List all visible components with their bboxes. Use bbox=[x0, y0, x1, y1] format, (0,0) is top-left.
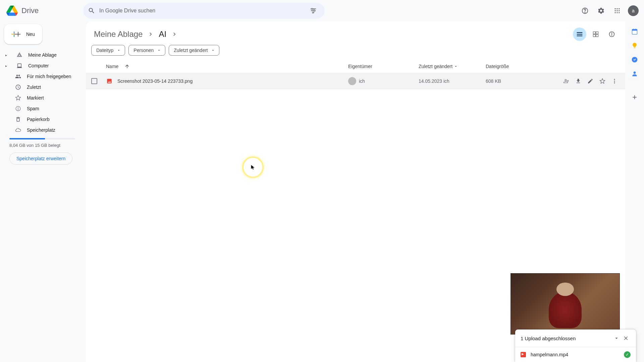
sidebar-item-label: Meine Ablage bbox=[28, 52, 57, 58]
collapse-icon[interactable] bbox=[612, 334, 621, 343]
sidebar-item-spam[interactable]: Spam bbox=[4, 103, 80, 114]
expand-icon[interactable]: ▸ bbox=[5, 64, 9, 68]
svg-rect-30 bbox=[636, 29, 636, 30]
filter-people[interactable]: Personen bbox=[128, 45, 165, 56]
logo-area[interactable]: Drive bbox=[5, 4, 83, 17]
drive-logo-icon bbox=[5, 4, 19, 17]
column-name[interactable]: Name bbox=[106, 64, 348, 69]
upgrade-storage-button[interactable]: Speicherplatz erweitern bbox=[9, 153, 72, 165]
svg-point-13 bbox=[619, 10, 620, 11]
sidebar-item-trash[interactable]: Papierkorb bbox=[4, 114, 80, 125]
search-bar[interactable] bbox=[83, 3, 325, 19]
grid-view-button[interactable] bbox=[589, 27, 602, 41]
sidebar: Neu ▸ Meine Ablage ▸ Computer Für mich f… bbox=[0, 21, 86, 362]
account-avatar[interactable]: a bbox=[628, 5, 639, 16]
info-button[interactable] bbox=[605, 27, 619, 41]
svg-rect-29 bbox=[633, 29, 634, 30]
new-button-label: Neu bbox=[26, 32, 35, 37]
search-options-icon[interactable] bbox=[307, 4, 320, 17]
keep-icon[interactable] bbox=[631, 42, 638, 49]
svg-point-14 bbox=[615, 12, 616, 13]
upload-toast: 1 Upload abgeschlossen hampelmann.mp4 ✓ bbox=[515, 329, 636, 362]
storage-bar bbox=[9, 138, 75, 139]
view-controls bbox=[573, 27, 619, 41]
header-actions: a bbox=[578, 4, 639, 17]
settings-icon[interactable] bbox=[594, 4, 608, 17]
breadcrumb-current[interactable]: AI bbox=[156, 28, 169, 40]
owner-avatar bbox=[348, 77, 356, 85]
contacts-icon[interactable] bbox=[631, 70, 638, 77]
owner-name: ich bbox=[359, 78, 365, 84]
filter-modified[interactable]: Zuletzt geändert bbox=[169, 45, 219, 56]
side-panel: + bbox=[625, 21, 644, 362]
spam-icon bbox=[15, 105, 21, 112]
svg-point-4 bbox=[314, 10, 315, 11]
sidebar-item-label: Spam bbox=[27, 106, 39, 111]
rename-button[interactable] bbox=[585, 76, 596, 86]
chevron-right-icon bbox=[171, 31, 178, 38]
svg-point-10 bbox=[619, 8, 620, 9]
drive-folder-icon bbox=[16, 52, 23, 58]
sidebar-item-shared[interactable]: Für mich freigegeben bbox=[4, 71, 80, 82]
app-header: Drive a bbox=[0, 0, 644, 21]
table-header: Name Eigentümer Zuletzt geändert Dateigr… bbox=[86, 60, 625, 73]
upload-file-name: hampelmann.mp4 bbox=[531, 352, 568, 357]
webcam-overlay bbox=[511, 273, 620, 335]
calendar-icon[interactable] bbox=[631, 28, 638, 35]
breadcrumb-root[interactable]: Meine Ablage bbox=[91, 28, 145, 40]
help-icon[interactable] bbox=[578, 4, 592, 17]
add-addon-button[interactable]: + bbox=[632, 93, 637, 102]
filter-type[interactable]: Dateityp bbox=[91, 45, 125, 56]
download-button[interactable] bbox=[573, 76, 584, 86]
svg-point-12 bbox=[616, 10, 618, 11]
toast-header: 1 Upload abgeschlossen bbox=[515, 329, 636, 347]
column-modified[interactable]: Zuletzt geändert bbox=[419, 64, 486, 69]
sidebar-item-label: Für mich freigegeben bbox=[27, 74, 71, 79]
trash-icon bbox=[15, 116, 21, 123]
sidebar-item-computers[interactable]: ▸ Computer bbox=[4, 60, 80, 71]
upload-success-icon: ✓ bbox=[624, 351, 631, 358]
tasks-icon[interactable] bbox=[631, 56, 638, 63]
table-row[interactable]: Screenshot 2023-05-14 223733.png ich 14.… bbox=[86, 73, 625, 89]
expand-icon[interactable]: ▸ bbox=[5, 53, 9, 57]
sidebar-item-label: Speicherplatz bbox=[27, 127, 55, 133]
sidebar-item-label: Computer bbox=[28, 63, 49, 68]
sidebar-item-storage[interactable]: Speicherplatz bbox=[4, 125, 80, 135]
video-file-icon bbox=[521, 352, 526, 357]
star-button[interactable] bbox=[597, 76, 608, 86]
shared-icon bbox=[15, 73, 21, 80]
svg-point-7 bbox=[585, 12, 585, 12]
column-size[interactable]: Dateigröße bbox=[486, 64, 553, 69]
main-header: Meine Ablage AI bbox=[86, 26, 625, 42]
list-view-button[interactable] bbox=[573, 27, 586, 41]
apps-icon[interactable] bbox=[610, 4, 624, 17]
svg-rect-28 bbox=[632, 29, 637, 31]
row-checkbox[interactable] bbox=[91, 78, 106, 84]
sidebar-item-my-drive[interactable]: ▸ Meine Ablage bbox=[4, 50, 80, 60]
sidebar-item-recent[interactable]: Zuletzt bbox=[4, 82, 80, 93]
breadcrumb: Meine Ablage AI bbox=[91, 28, 178, 40]
new-button[interactable]: Neu bbox=[4, 24, 42, 44]
file-name: Screenshot 2023-05-14 223733.png bbox=[117, 78, 193, 84]
close-icon[interactable] bbox=[621, 334, 631, 343]
svg-point-3 bbox=[312, 8, 313, 10]
sidebar-item-label: Zuletzt bbox=[27, 84, 41, 90]
computer-icon bbox=[16, 62, 23, 69]
svg-point-25 bbox=[614, 80, 615, 81]
share-button[interactable] bbox=[561, 76, 572, 86]
modified-date: 14.05.2023 ich bbox=[419, 78, 486, 84]
search-input[interactable] bbox=[99, 8, 303, 14]
sidebar-item-starred[interactable]: Markiert bbox=[4, 93, 80, 103]
toast-title: 1 Upload abgeschlossen bbox=[521, 336, 576, 341]
svg-point-32 bbox=[634, 71, 636, 74]
svg-point-8 bbox=[615, 8, 616, 9]
storage-text: 8,04 GB von 15 GB belegt bbox=[9, 143, 75, 148]
svg-point-22 bbox=[611, 33, 612, 33]
svg-point-24 bbox=[614, 79, 615, 80]
upload-file-row[interactable]: hampelmann.mp4 ✓ bbox=[515, 347, 636, 362]
more-options-button[interactable] bbox=[609, 76, 620, 86]
sidebar-item-label: Papierkorb bbox=[27, 117, 50, 122]
column-owner[interactable]: Eigentümer bbox=[348, 64, 419, 69]
cloud-icon bbox=[15, 127, 21, 133]
svg-point-16 bbox=[619, 12, 620, 13]
